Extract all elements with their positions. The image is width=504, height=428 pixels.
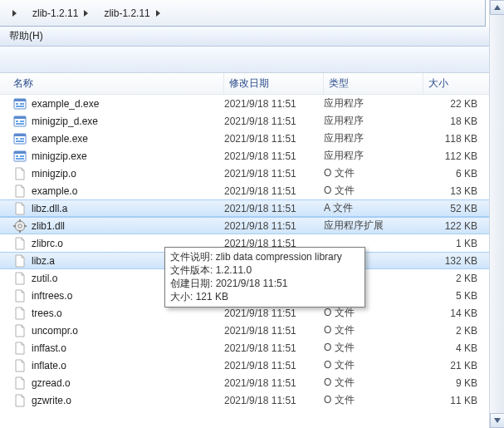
vertical-scrollbar[interactable]: [489, 0, 504, 428]
file-name: gzread.o: [32, 377, 71, 389]
tooltip-size-key: 大小:: [170, 291, 193, 303]
file-name: gzwrite.o: [32, 395, 71, 406]
file-date: 2021/9/18 11:51: [224, 133, 324, 145]
file-row[interactable]: uncompr.o2021/9/18 11:51O 文件2 KB: [0, 322, 504, 339]
file-row[interactable]: libz.dll.a2021/9/18 11:51A 文件52 KB: [0, 199, 504, 217]
file-name-cell: gzwrite.o: [0, 394, 224, 407]
file-date: 2021/9/18 11:51: [224, 395, 324, 406]
file-type: 应用程序: [324, 114, 423, 128]
file-date: 2021/9/18 11:51: [224, 150, 324, 162]
svg-rect-14: [16, 140, 24, 142]
file-name: libz.a: [32, 255, 55, 267]
svg-rect-17: [16, 155, 18, 157]
file-row[interactable]: example.exe2021/9/18 11:51应用程序118 KB: [0, 130, 504, 147]
file-row[interactable]: zlib1.dll2021/9/18 11:51应用程序扩展122 KB: [0, 217, 504, 234]
file-date: 2021/9/18 11:51: [224, 185, 324, 197]
file-type: O 文件: [324, 393, 423, 407]
file-icon: [13, 254, 27, 268]
file-icon: [13, 324, 27, 337]
exe-icon: [13, 97, 27, 111]
file-icon: [13, 342, 27, 355]
file-row[interactable]: minigzip_d.exe2021/9/18 11:51应用程序18 KB: [0, 112, 504, 130]
scroll-track[interactable]: [490, 15, 504, 413]
file-row[interactable]: inffast.o2021/9/18 11:51O 文件4 KB: [0, 339, 504, 357]
breadcrumb-segment[interactable]: [0, 0, 26, 26]
file-date: 2021/9/18 11:51: [224, 220, 324, 232]
address-bar: zlib-1.2.11 zlib-1.2.11: [0, 0, 486, 27]
svg-rect-13: [20, 138, 24, 140]
tooltip-ver-val: 1.2.11.0: [216, 264, 252, 276]
file-name-cell: libz.dll.a: [0, 202, 224, 215]
file-row[interactable]: inflate.o2021/9/18 11:51O 文件21 KB: [0, 357, 504, 374]
file-icon: [13, 237, 27, 250]
svg-rect-3: [20, 103, 24, 105]
svg-rect-12: [16, 138, 18, 140]
svg-rect-4: [16, 106, 24, 107]
file-name-cell: inffast.o: [0, 342, 224, 355]
command-bar: [0, 47, 504, 73]
breadcrumb-segment[interactable]: zlib-1.2.11: [26, 0, 97, 26]
svg-point-21: [18, 224, 22, 228]
menu-help[interactable]: 帮助(H): [2, 27, 50, 45]
file-name-cell: example_d.exe: [0, 97, 224, 111]
file-name-cell: inflate.o: [0, 359, 224, 372]
file-row[interactable]: minigzip.o2021/9/18 11:51O 文件6 KB: [0, 165, 504, 182]
file-name: example.exe: [32, 133, 88, 145]
file-type: O 文件: [324, 341, 423, 355]
file-icon: [13, 184, 27, 198]
file-type: 应用程序: [324, 131, 423, 145]
file-name-cell: gzread.o: [0, 376, 224, 390]
file-type: 应用程序: [324, 96, 423, 111]
file-name-cell: minigzip.o: [0, 167, 224, 180]
file-icon: [13, 202, 27, 215]
file-icon: [13, 272, 27, 285]
file-name-cell: uncompr.o: [0, 324, 224, 337]
file-name-cell: trees.o: [0, 307, 224, 320]
file-date: 2021/9/18 11:51: [224, 116, 324, 127]
file-type: O 文件: [324, 306, 423, 320]
file-name-cell: minigzip_d.exe: [0, 115, 224, 128]
svg-rect-8: [20, 121, 24, 122]
file-name-cell: example.o: [0, 184, 224, 198]
file-date: 2021/9/18 11:51: [224, 307, 324, 319]
tooltip: 文件说明: zlib data compression library 文件版本…: [164, 247, 365, 307]
file-name: inffast.o: [32, 342, 66, 354]
scroll-up-button[interactable]: [490, 0, 504, 15]
column-name[interactable]: 名称: [0, 73, 224, 94]
svg-rect-22: [19, 219, 21, 222]
breadcrumb-segment[interactable]: zlib-1.2.11: [97, 0, 169, 26]
svg-rect-18: [20, 155, 24, 157]
file-icon: [13, 167, 27, 180]
file-row[interactable]: gzwrite.o2021/9/18 11:51O 文件11 KB: [0, 391, 504, 409]
file-name: inflate.o: [32, 360, 66, 371]
column-date[interactable]: 修改日期: [224, 73, 324, 94]
dll-icon: [13, 219, 27, 233]
exe-icon: [13, 132, 27, 145]
tooltip-size-val: 121 KB: [196, 291, 228, 303]
menu-bar: 帮助(H): [0, 27, 504, 47]
file-type: 应用程序: [324, 149, 423, 163]
file-type: O 文件: [324, 166, 423, 180]
file-date: 2021/9/18 11:51: [224, 342, 324, 354]
file-name: zlibrc.o: [32, 238, 63, 249]
svg-rect-24: [13, 225, 16, 227]
column-headers: 名称 修改日期 类型 大小: [0, 73, 504, 95]
file-icon: [13, 394, 27, 407]
svg-rect-23: [19, 230, 21, 233]
file-row[interactable]: example_d.exe2021/9/18 11:51应用程序22 KB: [0, 95, 504, 112]
file-icon: [13, 289, 27, 303]
file-row[interactable]: minigzip.exe2021/9/18 11:51应用程序112 KB: [0, 147, 504, 165]
file-row[interactable]: gzread.o2021/9/18 11:51O 文件9 KB: [0, 374, 504, 391]
file-name: libz.dll.a: [32, 203, 67, 214]
scroll-down-button[interactable]: [490, 413, 504, 428]
file-name: minigzip.exe: [32, 150, 87, 162]
file-date: 2021/9/18 11:51: [224, 168, 324, 180]
file-date: 2021/9/18 11:51: [224, 360, 324, 371]
tooltip-desc-val: zlib data compression library: [216, 251, 342, 263]
file-row[interactable]: example.o2021/9/18 11:51O 文件13 KB: [0, 182, 504, 199]
exe-icon: [13, 150, 27, 163]
column-type[interactable]: 类型: [324, 73, 423, 94]
breadcrumb-label: zlib-1.2.11: [104, 7, 149, 19]
file-date: 2021/9/18 11:51: [224, 377, 324, 389]
svg-rect-9: [16, 123, 24, 125]
